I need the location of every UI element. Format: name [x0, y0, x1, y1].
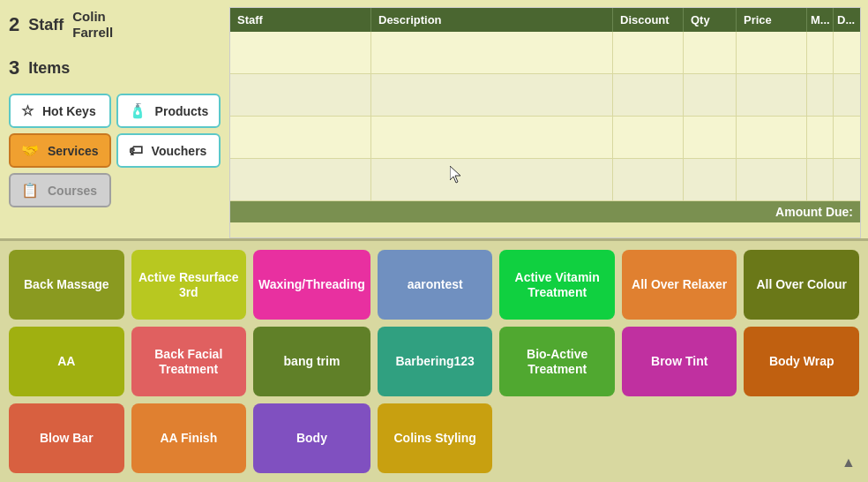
hotkeys-grid: Back MassageActive Resurface 3rdWaxing/T…	[9, 250, 859, 473]
hotkey-button[interactable]: Body Wrap	[744, 327, 859, 396]
table-row[interactable]	[230, 32, 860, 74]
hotkey-button[interactable]: Body	[253, 403, 370, 473]
products-icon: 🧴	[129, 102, 146, 119]
services-icon: 🤝	[21, 142, 39, 159]
hotkey-button[interactable]: Barbering123	[378, 327, 493, 396]
hotkey-button[interactable]: Back Facial Treatment	[131, 327, 247, 396]
hotkey-button[interactable]: All Over Colour	[744, 250, 859, 320]
col-header-qty: Qty	[684, 8, 737, 32]
staff-name-line2: Farrell	[72, 25, 113, 41]
hotkey-button[interactable]: All Over Relaxer	[622, 250, 737, 320]
table-row[interactable]	[230, 159, 860, 201]
staff-row: 2 Staff Colin Farrell	[9, 9, 221, 41]
hotkeys-button[interactable]: ☆ Hot Keys	[9, 94, 111, 128]
hotkey-button[interactable]: AA	[9, 327, 124, 396]
col-header-d: D...	[834, 8, 860, 32]
vouchers-icon: 🏷	[129, 143, 143, 159]
hotkey-button[interactable]: AA Finish	[131, 403, 247, 473]
step3-label: Items	[28, 59, 70, 78]
hotkey-button[interactable]: Active Vitamin Treatment	[499, 250, 615, 320]
courses-button[interactable]: 📋 Courses	[9, 173, 111, 207]
hotkey-button[interactable]: bang trim	[253, 327, 370, 396]
amount-due-label: Amount Due:	[775, 205, 853, 219]
courses-icon: 📋	[21, 182, 39, 199]
col-header-staff: Staff	[230, 8, 371, 32]
hotkey-button[interactable]: Waxing/Threading	[253, 250, 370, 320]
staff-name-line1: Colin	[72, 9, 113, 25]
step3-number: 3	[9, 56, 19, 79]
menu-buttons: ☆ Hot Keys 🧴 Products 🤝 Services 🏷 Vouch…	[9, 94, 221, 207]
col-header-discount: Discount	[613, 8, 684, 32]
table-header: Staff Description Discount Qty Price M..…	[230, 8, 860, 32]
hotkeys-icon: ☆	[21, 102, 34, 119]
col-header-price: Price	[737, 8, 807, 32]
hotkey-button[interactable]: Active Resurface 3rd	[131, 250, 247, 320]
vouchers-button[interactable]: 🏷 Vouchers	[116, 133, 221, 168]
table-body	[230, 32, 860, 201]
hotkeys-panel: Back MassageActive Resurface 3rdWaxing/T…	[0, 238, 868, 482]
col-header-description: Description	[371, 8, 613, 32]
products-button[interactable]: 🧴 Products	[116, 94, 221, 128]
hotkey-button[interactable]: aarontest	[378, 250, 493, 320]
amount-due-row: Amount Due:	[230, 201, 860, 222]
items-row: 3 Items	[9, 56, 221, 79]
hotkey-button[interactable]: Blow Bar	[9, 403, 124, 473]
table-row[interactable]	[230, 74, 860, 117]
services-button[interactable]: 🤝 Services	[9, 133, 111, 168]
hotkey-button[interactable]: Colins Styling	[378, 403, 493, 473]
col-header-m: M...	[807, 8, 834, 32]
hotkey-button[interactable]: Bio-Active Treatment	[499, 327, 615, 396]
right-panel: Staff Description Discount Qty Price M..…	[229, 0, 868, 238]
hotkey-button[interactable]: Back Massage	[9, 250, 124, 320]
scroll-down-arrow[interactable]: ▲	[838, 452, 859, 473]
hotkey-button[interactable]: Brow Tint	[622, 327, 737, 396]
step2-label: Staff	[28, 16, 64, 34]
table-row[interactable]	[230, 117, 860, 159]
step2-number: 2	[9, 13, 19, 36]
order-table: Staff Description Discount Qty Price M..…	[229, 7, 861, 238]
